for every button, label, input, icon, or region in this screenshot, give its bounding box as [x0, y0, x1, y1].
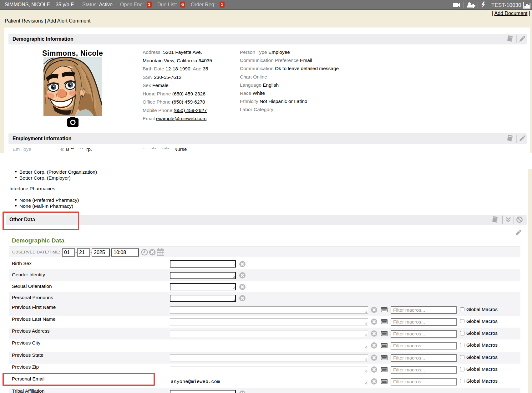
svg-text:TEST-10030: TEST-10030	[491, 2, 521, 8]
